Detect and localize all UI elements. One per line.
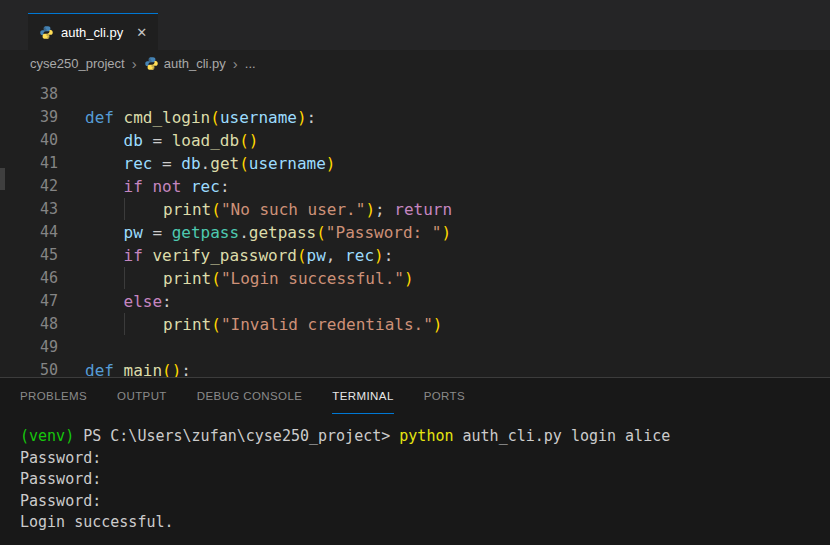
code-line[interactable]: 38	[0, 83, 830, 106]
chevron-right-icon: ›	[233, 55, 238, 72]
code-token: db	[181, 154, 200, 173]
code-token: ()	[162, 361, 181, 377]
line-number[interactable]: 48	[0, 313, 58, 336]
code-token: :	[162, 292, 172, 311]
line-number[interactable]: 45	[0, 244, 58, 267]
code-line[interactable]: 40 db = load_db()	[0, 129, 830, 152]
code-content: pw = getpass.getpass("Password: ")	[85, 221, 451, 244]
code-token: if	[124, 177, 143, 196]
line-number[interactable]: 40	[0, 129, 58, 152]
line-number[interactable]: 46	[0, 267, 58, 290]
code-token: username	[220, 108, 297, 127]
breadcrumb-item[interactable]: ...	[245, 56, 256, 71]
panel-tab-terminal[interactable]: TERMINAL	[332, 378, 393, 414]
code-token	[181, 177, 191, 196]
code-token: )	[365, 200, 375, 219]
line-number[interactable]: 38	[0, 83, 58, 106]
code-content: rec = db.get(username)	[85, 152, 336, 175]
code-line[interactable]: 39def cmd_login(username):	[0, 106, 830, 129]
terminal-line: Password:	[20, 448, 830, 470]
breadcrumb-item[interactable]: cyse250_project	[30, 56, 125, 71]
code-token: :	[181, 361, 191, 377]
code-token	[85, 292, 124, 311]
code-line[interactable]: 41 rec = db.get(username)	[0, 152, 830, 175]
code-token: (	[211, 269, 221, 288]
code-token: (	[211, 315, 221, 334]
bottom-panel: PROBLEMSOUTPUTDEBUG CONSOLETERMINALPORTS…	[0, 377, 830, 545]
code-content: print("No such user."); return	[85, 198, 452, 221]
code-token: get	[210, 154, 239, 173]
code-content: if verify_password(pw, rec):	[85, 244, 393, 267]
code-token: )	[433, 315, 443, 334]
code-line[interactable]: 45 if verify_password(pw, rec):	[0, 244, 830, 267]
editor-tab-auth-cli[interactable]: auth_cli.py ✕	[28, 13, 158, 50]
code-token: =	[152, 154, 181, 173]
code-line[interactable]: 48 print("Invalid credentials.")	[0, 313, 830, 336]
code-token: "Invalid credentials."	[221, 315, 433, 334]
code-token: (	[297, 246, 307, 265]
terminal-token: Password:	[20, 470, 101, 488]
line-number[interactable]: 44	[0, 221, 58, 244]
panel-tab-ports[interactable]: PORTS	[424, 378, 465, 414]
code-token: username	[249, 154, 326, 173]
code-content: def cmd_login(username):	[85, 106, 316, 129]
code-content: db = load_db()	[85, 129, 258, 152]
code-token	[85, 200, 124, 219]
code-token	[125, 269, 164, 288]
close-icon[interactable]: ✕	[136, 25, 147, 40]
python-icon	[39, 25, 54, 40]
code-token: .	[201, 154, 211, 173]
code-token: getpass	[172, 223, 239, 242]
line-number[interactable]: 39	[0, 106, 58, 129]
panel-tab-output[interactable]: OUTPUT	[117, 378, 167, 414]
breadcrumb-label: auth_cli.py	[164, 56, 226, 71]
terminal-token: Password:	[20, 449, 101, 467]
terminal[interactable]: (venv) PS C:\Users\zufan\cyse250_project…	[0, 414, 830, 545]
code-content: else:	[85, 290, 172, 313]
code-token: print	[163, 315, 211, 334]
code-token	[125, 200, 164, 219]
code-line[interactable]: 49	[0, 336, 830, 359]
terminal-line: Password:	[20, 491, 830, 513]
code-line[interactable]: 42 if not rec:	[0, 175, 830, 198]
line-number[interactable]: 49	[0, 336, 58, 359]
code-token: db	[124, 131, 143, 150]
code-token: else	[124, 292, 163, 311]
code-token: .	[239, 223, 249, 242]
code-line[interactable]: 47 else:	[0, 290, 830, 313]
terminal-line: Login successful.	[20, 512, 830, 534]
code-token: pw	[124, 223, 143, 242]
code-token: )	[441, 223, 451, 242]
code-editor[interactable]: 3839def cmd_login(username):40 db = load…	[0, 76, 830, 377]
code-token: not	[152, 177, 181, 196]
code-token	[385, 200, 395, 219]
code-line[interactable]: 46 print("Login successful.")	[0, 267, 830, 290]
code-token: return	[394, 200, 452, 219]
panel-tab-debug-console[interactable]: DEBUG CONSOLE	[197, 378, 303, 414]
code-token: rec	[345, 246, 374, 265]
breadcrumb-item[interactable]: auth_cli.py	[144, 56, 226, 71]
code-token: :	[220, 177, 230, 196]
code-line[interactable]: 44 pw = getpass.getpass("Password: ")	[0, 221, 830, 244]
code-line[interactable]: 50def main():	[0, 359, 830, 377]
breadcrumb-label: ...	[245, 56, 256, 71]
line-number[interactable]: 43	[0, 198, 58, 221]
line-number[interactable]: 41	[0, 152, 58, 175]
panel-tab-problems[interactable]: PROBLEMS	[20, 378, 87, 414]
line-number[interactable]: 42	[0, 175, 58, 198]
chevron-right-icon: ›	[132, 55, 137, 72]
line-number[interactable]: 50	[0, 359, 58, 377]
code-content: def main():	[85, 359, 191, 377]
code-token: =	[143, 131, 172, 150]
breadcrumb: cyse250_project› auth_cli.py›...	[0, 50, 830, 76]
line-number[interactable]: 47	[0, 290, 58, 313]
code-token: :	[307, 108, 317, 127]
code-line[interactable]: 43 print("No such user."); return	[0, 198, 830, 221]
code-token	[143, 177, 153, 196]
code-token	[125, 315, 164, 334]
code-token: ,	[326, 246, 345, 265]
code-token	[85, 154, 124, 173]
code-token: if	[124, 246, 143, 265]
code-token: print	[163, 269, 211, 288]
terminal-token: Password:	[20, 492, 101, 510]
